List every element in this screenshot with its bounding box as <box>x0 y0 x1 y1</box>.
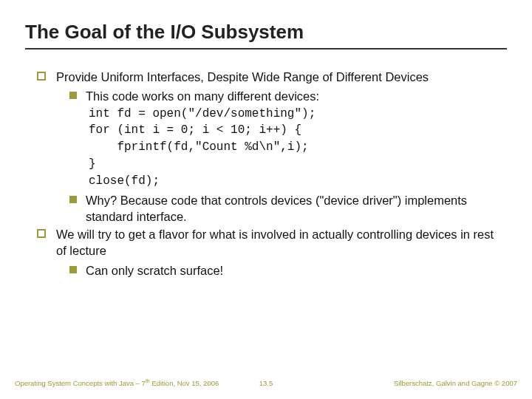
footer-center: 13.5 <box>259 379 273 387</box>
footer-left-a: Operating System Concepts with Java – 7 <box>15 379 146 387</box>
slide-content: Provide Uniform Interfaces, Despite Wide… <box>25 69 507 279</box>
footer-left-b: Edition, Nov 15, 2006 <box>150 379 219 387</box>
square-solid-icon <box>69 92 77 99</box>
bullet-2-1: Can only scratch surface! <box>56 262 507 279</box>
footer-left: Operating System Concepts with Java – 7t… <box>15 378 219 387</box>
bullet-2: We will try to get a flavor for what is … <box>37 226 507 279</box>
slide: The Goal of the I/O Subsystem Provide Un… <box>0 0 532 279</box>
title-rule <box>25 48 507 50</box>
bullet-1-2: Why? Because code that controls devices … <box>56 192 507 225</box>
code-line-5: close(fd); <box>56 174 507 189</box>
bullet-1-text: Provide Uniform Interfaces, Despite Wide… <box>56 70 429 83</box>
footer: Operating System Concepts with Java – 7t… <box>0 378 532 387</box>
square-solid-icon <box>69 196 77 203</box>
code-line-3: fprintf(fd,"Count %d\n",i); <box>56 140 507 155</box>
footer-right: Silberschatz, Galvin and Gagne © 2007 <box>394 379 517 387</box>
bullet-1-1: This code works on many different device… <box>56 88 507 104</box>
code-line-4: } <box>56 157 507 172</box>
bullet-2-text: We will try to get a flavor for what is … <box>56 228 494 257</box>
bullet-1-1-text: This code works on many different device… <box>86 88 507 104</box>
code-line-1: int fd = open("/dev/something"); <box>56 106 507 122</box>
code-line-2: for (int i = 0; i < 10; i++) { <box>56 123 507 138</box>
bullet-2-1-text: Can only scratch surface! <box>86 262 507 279</box>
bullet-1: Provide Uniform Interfaces, Despite Wide… <box>37 69 507 225</box>
square-solid-icon <box>69 266 77 273</box>
slide-title: The Goal of the I/O Subsystem <box>25 21 507 44</box>
square-outline-icon <box>37 229 46 238</box>
square-outline-icon <box>37 72 46 81</box>
bullet-1-2-text: Why? Because code that controls devices … <box>86 192 507 225</box>
